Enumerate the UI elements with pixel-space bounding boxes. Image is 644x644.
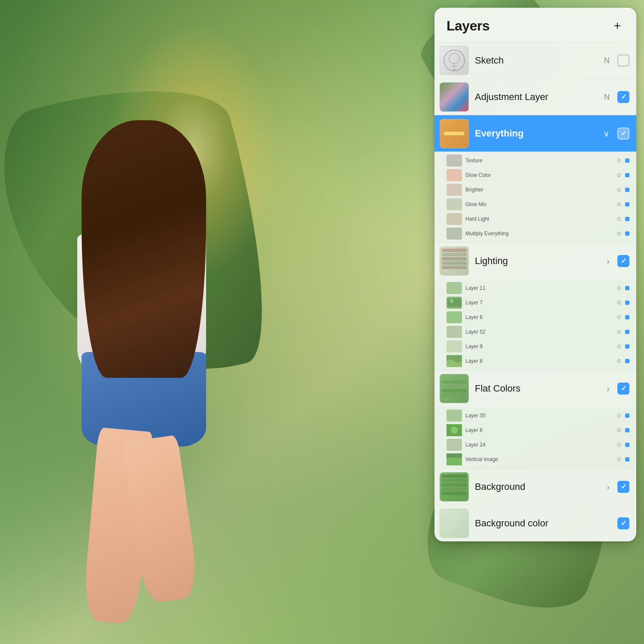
sublayer-checkbox-6[interactable] <box>625 231 629 236</box>
sublayer-group-background: Layer 35 O Layer 8 O Layer 24 O <box>434 407 636 468</box>
layer-checkbox-lighting[interactable]: ✓ <box>617 255 629 267</box>
sublayer-thumb-2 <box>447 169 462 181</box>
layer-checkbox-sketch[interactable] <box>617 55 629 67</box>
layer-chevron-lighting: › <box>607 256 610 266</box>
layer-row-lighting[interactable]: Lighting › ✓ <box>434 243 636 279</box>
sublayer-row-lighting-5[interactable]: Hard Light O <box>434 212 636 226</box>
everything-bar <box>444 132 465 135</box>
sublayer-mode-1: O <box>617 158 621 163</box>
sublayer-name-bg-3: Layer 24 <box>465 442 614 448</box>
sublayer-name-1: Texture <box>465 158 614 164</box>
sublayer-name-bg-4: Vertical Image <box>465 456 614 462</box>
layer-thumbnail-lighting <box>440 246 469 276</box>
sublayer-checkbox-bg-1[interactable] <box>625 413 629 418</box>
layer-thumbnail-everything <box>440 119 469 148</box>
sublayer-name-bg-2: Layer 8 <box>465 427 614 433</box>
sublayer-name-3: Brighter <box>465 187 614 193</box>
layer-name-everything: Everything <box>475 128 597 139</box>
sublayer-row-fc-5[interactable]: Layer 9 O <box>434 339 636 354</box>
sublayer-mode-bg-2: O <box>617 428 621 433</box>
panel-title: Layers <box>447 18 489 34</box>
layer-row-adjustment[interactable]: Adjustment Layer N ✓ <box>434 79 636 115</box>
svg-point-0 <box>449 53 459 64</box>
sublayer-name-fc-1: Layer 11 <box>465 285 614 291</box>
sublayer-thumb-fc-2 <box>447 297 462 309</box>
checkmark-flatcolors: ✓ <box>621 385 626 392</box>
checkmark-bgcolor: ✓ <box>621 520 626 527</box>
sublayer-name-6: Multiply Everything <box>465 231 614 237</box>
sublayer-row-bg-2[interactable]: Layer 8 O <box>434 423 636 437</box>
sublayer-row-lighting-1[interactable]: Texture O <box>434 153 636 168</box>
sublayer-checkbox-bg-3[interactable] <box>625 443 629 447</box>
sublayer-checkbox-5[interactable] <box>625 217 629 221</box>
sublayer-mode-fc-5: O <box>617 344 621 349</box>
sublayer-thumb-bg-3 <box>447 439 462 451</box>
svg-point-9 <box>451 427 458 434</box>
sublayer-name-fc-4: Layer 52 <box>465 329 614 335</box>
layer-checkbox-everything[interactable]: ✓ <box>617 128 629 140</box>
sublayer-row-lighting-3[interactable]: Brighter O <box>434 182 636 197</box>
add-layer-button[interactable]: + <box>609 17 626 34</box>
sublayer-row-fc-6[interactable]: Layer 8 O <box>434 354 636 368</box>
sublayer-name-fc-2: Layer 7 <box>465 300 614 306</box>
sublayer-checkbox-fc-4[interactable] <box>625 330 629 334</box>
layer-checkbox-adjustment[interactable]: ✓ <box>617 91 629 103</box>
layer-checkbox-bgcolor[interactable]: ✓ <box>617 517 629 529</box>
layer-name-bgcolor: Background color <box>475 518 611 529</box>
sublayer-checkbox-bg-4[interactable] <box>625 457 629 462</box>
sublayer-checkbox-3[interactable] <box>625 188 629 192</box>
layer-name-adjustment: Adjustment Layer <box>475 91 598 103</box>
layer-row-sketch[interactable]: Sketch N <box>434 42 636 79</box>
sublayer-mode-fc-4: O <box>617 329 621 334</box>
sublayer-row-fc-3[interactable]: Layer 6 O <box>434 310 636 325</box>
sublayer-mode-bg-1: O <box>617 413 621 418</box>
sublayer-thumb-fc-3 <box>447 311 462 323</box>
sublayer-row-lighting-6[interactable]: Multiply Everything O <box>434 226 636 241</box>
layer-thumbnail-background <box>440 472 469 501</box>
sublayer-mode-5: O <box>617 216 621 222</box>
sublayer-checkbox-1[interactable] <box>625 158 629 163</box>
layer-row-background[interactable]: Background › ✓ <box>434 468 636 505</box>
svg-rect-5 <box>447 298 461 307</box>
sublayer-thumb-6 <box>447 228 462 240</box>
sublayer-checkbox-fc-6[interactable] <box>625 359 629 363</box>
layer-mode-sketch: N <box>604 56 610 65</box>
layer-name-sketch: Sketch <box>475 55 598 66</box>
sublayer-checkbox-bg-2[interactable] <box>625 428 629 432</box>
sublayer-row-bg-1[interactable]: Layer 35 O <box>434 408 636 423</box>
sublayer-row-fc-2[interactable]: Layer 7 O <box>434 295 636 310</box>
layer-chevron-everything: ∨ <box>603 128 610 139</box>
sublayer-row-lighting-2[interactable]: Glow Color O <box>434 168 636 182</box>
layer-checkbox-background[interactable]: ✓ <box>617 481 629 493</box>
sublayer-thumb-1 <box>447 155 462 167</box>
sublayer-name-fc-6: Layer 8 <box>465 358 614 364</box>
character-hair <box>82 120 206 378</box>
sublayer-row-fc-1[interactable]: Layer 11 O <box>434 281 636 295</box>
sublayer-row-lighting-4[interactable]: Glow Mix O <box>434 197 636 212</box>
checkmark-background: ✓ <box>621 483 626 490</box>
sublayer-checkbox-fc-2[interactable] <box>625 301 629 305</box>
layer-thumbnail-adjustment <box>440 82 469 112</box>
layer-name-flatcolors: Flat Colors <box>475 383 601 394</box>
sublayer-row-fc-4[interactable]: Layer 52 O <box>434 325 636 339</box>
layers-panel: Layers + Sketch N Adjustment Layer N <box>434 8 636 541</box>
layer-checkbox-flatcolors[interactable]: ✓ <box>617 383 629 395</box>
sublayer-group-flatcolors: Layer 11 O Layer 7 O Layer 6 O Layer <box>434 279 636 370</box>
sublayer-checkbox-fc-3[interactable] <box>625 315 629 319</box>
sublayer-checkbox-2[interactable] <box>625 173 629 177</box>
checkmark-everything: ✓ <box>621 130 626 137</box>
sublayer-row-bg-3[interactable]: Layer 24 O <box>434 437 636 452</box>
layer-row-everything[interactable]: Everything ∨ ✓ <box>434 115 636 152</box>
sublayer-mode-2: O <box>617 173 621 178</box>
layer-thumbnail-bgcolor <box>440 509 469 538</box>
sublayer-checkbox-4[interactable] <box>625 202 629 207</box>
sublayer-name-fc-5: Layer 9 <box>465 343 614 349</box>
layer-row-flatcolors[interactable]: Flat Colors › ✓ <box>434 370 636 407</box>
checkmark-lighting: ✓ <box>621 258 626 264</box>
sublayer-row-bg-4[interactable]: Vertical Image O <box>434 452 636 467</box>
layer-row-bgcolor[interactable]: Background color ✓ <box>434 505 636 541</box>
sublayer-checkbox-fc-1[interactable] <box>625 286 629 290</box>
sublayer-checkbox-fc-5[interactable] <box>625 344 629 349</box>
sublayer-thumb-5 <box>447 213 462 225</box>
sublayer-thumb-bg-4 <box>447 453 462 465</box>
